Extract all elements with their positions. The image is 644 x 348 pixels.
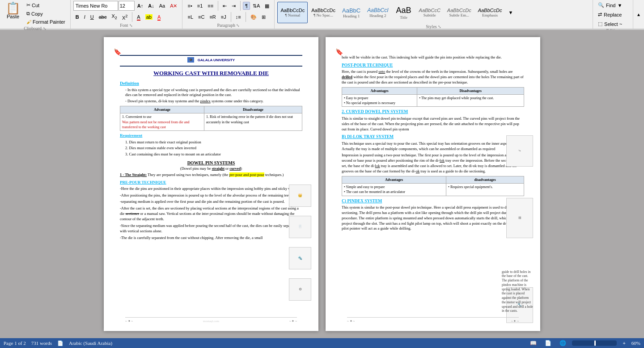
strikethrough-button[interactable]: abc <box>97 13 109 21</box>
ribbon: 📋 Paste ✂ Cut ⧉ Copy 🖌 <box>0 0 644 29</box>
shrink-font-button[interactable]: A↓ <box>146 2 156 10</box>
styles-expand-icon[interactable]: ⤡ <box>438 25 441 29</box>
clipboard-section: 📋 Paste ✂ Cut ⧉ Copy 🖌 <box>0 0 71 29</box>
curved-dowel-image: ⤷ <box>506 135 533 167</box>
page1-header-border: 🎓 GALALA UNIVERSITY <box>120 55 302 67</box>
page-1: 🎓 GALALA UNIVERSITY 🔖 WORKING CAST WITH … <box>104 37 318 331</box>
cut-button[interactable]: ✂ Cut <box>24 1 68 9</box>
show-formatting-button[interactable]: ¶ <box>243 2 250 10</box>
language[interactable]: Arabic (Saudi Arabia) <box>69 340 112 346</box>
binoculars-icon: 🔍 <box>598 2 604 8</box>
bullets-button[interactable]: ≡• <box>185 2 194 10</box>
para-footer[interactable]: Paragraph ⤡ <box>185 23 271 28</box>
format-painter-button[interactable]: 🖌 Format Painter <box>24 18 68 26</box>
align-right-button[interactable]: ≡R <box>207 13 218 21</box>
editing-section: 🔍 Find ▼ ⇄ Replace ⬚ Select ~ Editing <box>593 0 633 29</box>
font-name-input[interactable] <box>73 1 118 11</box>
pp-disadv-cell: • The pins may get displaced while pouri… <box>417 95 524 107</box>
grow-font-button[interactable]: A↑ <box>135 2 145 10</box>
replace-button[interactable]: ⇄ Replace <box>596 10 624 19</box>
font-sep <box>132 12 132 22</box>
styles-gallery: AaBbCcDc ¶ Normal AaBbCcDc ¶ No Spac... … <box>277 1 505 24</box>
borders-button[interactable]: ⊞ <box>259 13 268 21</box>
style-subtitle[interactable]: AaBbCcC Subtitle <box>416 2 444 23</box>
align-left-icon: ≡L <box>187 14 193 20</box>
multilevel-button[interactable]: ≡≡ <box>205 2 216 10</box>
style-h2-label: Heading 2 <box>369 13 386 18</box>
styles-more-button[interactable]: ▼ <box>506 8 515 17</box>
scissors-icon: ✂ <box>26 2 30 8</box>
style-heading1[interactable]: AaBbC Heading 1 <box>339 2 364 23</box>
copy-button[interactable]: ⧉ Copy <box>24 9 68 18</box>
shading-button[interactable]: ▦ <box>263 2 271 10</box>
justify-button[interactable]: ≡J <box>219 13 229 21</box>
style-normal[interactable]: AaBbCcDc ¶ Normal <box>277 2 308 23</box>
line-spacing-icon: ↕≡ <box>236 14 241 20</box>
shading-icon: ▦ <box>265 3 269 8</box>
prepour4: -After the cast is set, the dies are sec… <box>120 206 302 222</box>
disadv1: 1. Risk of introducing error in the patt… <box>206 114 300 124</box>
font-size-input[interactable] <box>119 1 135 11</box>
pp-disadv-head: Disadvantages <box>417 87 524 94</box>
fill-color-button[interactable]: 🎨 <box>248 13 259 21</box>
style-emphasis[interactable]: AaBbCcDc Emphasis <box>475 2 505 23</box>
read-mode-button[interactable]: 📖 <box>528 339 539 348</box>
pp-adv-head: Advantages <box>342 87 417 94</box>
font-row2: B I U abc X2 X2 A ab A <box>73 12 163 22</box>
font-footer[interactable]: Font ⤡ <box>73 23 180 28</box>
para-sep3 <box>231 12 231 22</box>
style-subtle-em-label: Subtle Em... <box>449 13 470 17</box>
style-no-spacing[interactable]: AaBbCcDc ¶ No Spac... <box>308 2 339 23</box>
bold-button[interactable]: B <box>73 13 81 21</box>
page1-footer: ~ ✦ ~ mostaql.com ~ ✦ ~ <box>104 317 318 324</box>
styles-footer[interactable]: Styles ⤡ <box>277 24 590 29</box>
text-color-button[interactable]: A <box>135 13 142 21</box>
paste-button[interactable]: 📋 Paste <box>3 1 23 26</box>
image-crown4: ⚙ <box>289 278 311 301</box>
align-left-button[interactable]: ≡L <box>185 13 195 21</box>
page-info: Page 1 of 2 <box>4 340 26 346</box>
web-layout-button[interactable]: 🌐 <box>557 339 568 348</box>
req-head: Requirement <box>120 133 302 138</box>
font-expand-icon[interactable]: ⤡ <box>129 23 133 28</box>
pindex-head: C) PINDEX SYSTEM <box>342 198 524 204</box>
line-spacing-button[interactable]: ↕≡ <box>233 13 243 21</box>
superscript-button[interactable]: X2 <box>120 13 130 22</box>
clear-format-button[interactable]: A✕ <box>168 2 179 10</box>
style-subtle-em[interactable]: AaBbCcDc Subtle Em... <box>444 2 475 23</box>
highlight-button[interactable]: ab <box>143 13 155 21</box>
style-heading2[interactable]: AaBbCcI Heading 2 <box>364 2 391 23</box>
dilok-adv-cell: • Simple and easy to prepare • The cast … <box>342 184 446 196</box>
footer-line-p2: ~ ✦ ~ ~ ✦ ~ <box>347 317 519 324</box>
print-layout-button[interactable]: 📄 <box>542 339 554 348</box>
zoom-slider[interactable] <box>572 340 617 346</box>
clear-format-icon: A✕ <box>170 3 177 8</box>
editing-content: 🔍 Find ▼ ⇄ Replace ⬚ Select ~ <box>596 1 630 28</box>
document-scroll[interactable]: 🎓 GALALA UNIVERSITY 🔖 WORKING CAST WITH … <box>0 30 644 338</box>
decrease-indent-button[interactable]: ⇤ <box>220 2 229 10</box>
align-center-button[interactable]: ≡C <box>196 13 207 21</box>
ribbon-collapse-button[interactable]: ▲ <box>634 11 643 18</box>
subscript-button[interactable]: X2 <box>109 12 119 21</box>
increase-indent-button[interactable]: ⇥ <box>229 2 238 10</box>
find-button[interactable]: 🔍 Find ▼ <box>596 1 624 9</box>
sort-button[interactable]: ⇅A <box>250 2 262 10</box>
ribbon-scroll: ▲ <box>633 0 644 29</box>
select-icon: ⬚ <box>598 21 602 27</box>
change-case-button[interactable]: Aa <box>157 2 167 10</box>
spelling-icon[interactable]: 📄 <box>57 340 64 346</box>
style-title[interactable]: AaB Title <box>392 2 415 23</box>
underline-button[interactable]: U <box>88 13 96 21</box>
fill-color-icon: 🎨 <box>250 14 257 20</box>
paragraph-content: ≡• ≡1 ≡≡ ⇤ ⇥ ¶ ⇅A ▦ ≡L ≡C ≡R ≡J <box>185 1 271 23</box>
italic-button[interactable]: I <box>82 13 88 21</box>
university-header: 🎓 GALALA UNIVERSITY <box>120 57 302 63</box>
zoom-in-button[interactable]: + <box>620 339 627 347</box>
para-expand-icon[interactable]: ⤡ <box>236 23 240 28</box>
adv2: Wax pattern need not be removed from die… <box>122 120 202 130</box>
pindex-extra-text: guide to drill holes in the base of the … <box>502 270 533 314</box>
numbering-button[interactable]: ≡1 <box>195 2 205 10</box>
font-color-button[interactable]: A <box>155 13 163 21</box>
select-button[interactable]: ⬚ Select ~ <box>596 20 624 28</box>
replace-label: Replace <box>604 12 622 17</box>
